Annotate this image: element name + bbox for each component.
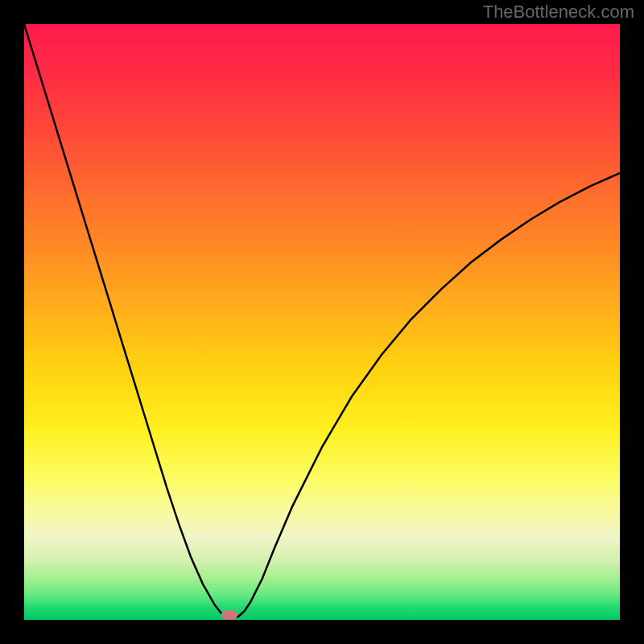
bottleneck-curve — [24, 24, 620, 620]
curve-path — [24, 24, 620, 619]
watermark-text: TheBottleneck.com — [483, 2, 634, 23]
null-point-marker — [221, 610, 237, 620]
